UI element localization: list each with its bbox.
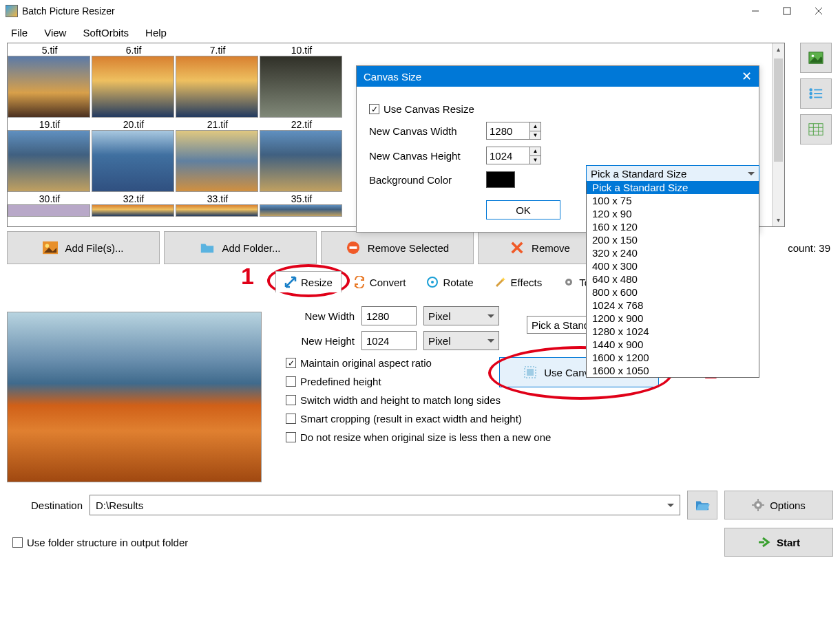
menu-file[interactable]: File — [4, 25, 34, 41]
close-button[interactable] — [803, 1, 834, 21]
scroll-up-icon[interactable]: ▴ — [773, 43, 784, 56]
dropdown-item[interactable]: 320 x 240 — [587, 246, 759, 259]
start-button[interactable]: Start — [724, 528, 833, 557]
svg-point-6 — [810, 89, 812, 91]
thumbnail-item[interactable]: 35.tif — [260, 193, 344, 217]
options-button[interactable]: Options — [724, 491, 833, 519]
preview-column — [7, 294, 272, 482]
dropdown-item[interactable]: 1440 x 900 — [587, 338, 759, 351]
tab-effects[interactable]: Effects — [485, 271, 552, 292]
view-thumbnails-button[interactable] — [800, 43, 832, 73]
unit-value: Pixel — [428, 335, 451, 347]
unit-value: Pixel — [428, 310, 451, 322]
dropdown-item[interactable]: 1600 x 1050 — [587, 364, 759, 377]
do-not-resize-row[interactable]: Do not resize when original size is less… — [286, 431, 833, 443]
thumbnail-item[interactable]: 20.tif — [92, 119, 176, 192]
thumbnail-item[interactable]: 6.tif — [92, 45, 176, 118]
smart-crop-label: Smart cropping (result in exact width an… — [300, 413, 522, 425]
remove-all-button[interactable]: Remove — [478, 231, 602, 264]
dropdown-item[interactable]: Pick a Standard Size — [587, 181, 759, 194]
menu-help[interactable]: Help — [138, 25, 174, 41]
remove-selected-button[interactable]: Remove Selected — [321, 231, 474, 264]
scroll-down-icon[interactable]: ▾ — [773, 214, 784, 226]
tab-rotate[interactable]: Rotate — [417, 271, 482, 292]
tab-convert[interactable]: Convert — [344, 271, 415, 292]
spin-up-icon[interactable]: ▲ — [530, 122, 540, 131]
thumbnail-item[interactable]: 7.tif — [176, 45, 260, 118]
dropdown-item[interactable]: 1200 x 900 — [587, 312, 759, 325]
picture-icon — [43, 241, 58, 255]
maintain-ratio-label: Maintain original aspect ratio — [300, 357, 432, 369]
dlg-bgcolor-swatch[interactable] — [486, 171, 515, 188]
dialog-close-icon[interactable]: ✕ — [742, 69, 752, 84]
switch-wh-row[interactable]: Switch width and height to match long si… — [286, 394, 833, 406]
thumbnail-item[interactable]: 30.tif — [8, 193, 92, 217]
destination-combo[interactable]: D:\Results — [90, 495, 680, 515]
scroll-thumb[interactable] — [774, 58, 783, 162]
window-controls — [739, 1, 834, 21]
checkbox-checked-icon[interactable]: ✓ — [286, 358, 296, 368]
menu-view[interactable]: View — [37, 25, 73, 41]
thumbnail-item[interactable]: 21.tif — [176, 119, 260, 192]
dropdown-item[interactable]: 160 x 120 — [587, 220, 759, 233]
minimize-button[interactable] — [739, 1, 771, 21]
dialog-titlebar[interactable]: Canvas Size ✕ — [357, 66, 759, 87]
do-not-resize-label: Do not resize when original size is less… — [300, 431, 551, 443]
dlg-use-canvas-row[interactable]: ✓ Use Canvas Resize — [369, 103, 746, 115]
dlg-width-label: New Canvas Width — [369, 125, 479, 137]
view-list-button[interactable] — [800, 78, 832, 109]
add-folder-button[interactable]: Add Folder... — [164, 231, 317, 264]
thumbnail-item[interactable]: 32.tif — [92, 193, 176, 217]
dropdown-item[interactable]: 120 x 90 — [587, 207, 759, 220]
browse-folder-button[interactable] — [687, 491, 717, 519]
files-count-label: count: 39 — [788, 242, 833, 254]
dlg-width-input[interactable] — [487, 125, 528, 137]
dropdown-item[interactable]: 1600 x 1200 — [587, 351, 759, 364]
checkbox-icon[interactable] — [286, 432, 296, 442]
dropdown-item[interactable]: 640 x 480 — [587, 272, 759, 286]
thumbnail-item[interactable]: 33.tif — [176, 193, 260, 217]
use-folder-structure-row[interactable]: Use folder structure in output folder — [12, 537, 188, 548]
maximize-button[interactable] — [771, 1, 803, 21]
app-title: Batch Picture Resizer — [22, 6, 115, 17]
dlg-width-spinner[interactable]: ▲▼ — [486, 122, 541, 140]
tab-effects-label: Effects — [511, 277, 543, 288]
new-height-input[interactable] — [361, 331, 417, 350]
thumbnail-scrollbar[interactable]: ▴ ▾ — [772, 43, 784, 226]
checkbox-icon[interactable] — [286, 376, 296, 387]
width-unit-select[interactable]: Pixel — [423, 306, 499, 325]
view-grid-button[interactable] — [800, 114, 832, 144]
spin-up-icon[interactable]: ▲ — [530, 147, 540, 156]
thumbnail-item[interactable]: 19.tif — [8, 119, 92, 192]
checkbox-icon[interactable] — [12, 537, 23, 548]
thumb-label: 32.tif — [92, 193, 176, 204]
height-unit-select[interactable]: Pixel — [423, 331, 499, 350]
dlg-height-spinner[interactable]: ▲▼ — [486, 147, 541, 164]
thumbnail-item[interactable]: 5.tif — [8, 45, 92, 118]
spin-down-icon[interactable]: ▼ — [530, 156, 540, 164]
spin-down-icon[interactable]: ▼ — [530, 131, 540, 140]
svg-rect-29 — [757, 499, 759, 502]
tab-resize-label: Resize — [301, 277, 333, 288]
dropdown-item[interactable]: 1280 x 1024 — [587, 325, 759, 338]
dlg-height-input[interactable] — [487, 150, 528, 162]
dropdown-item[interactable]: 400 x 300 — [587, 259, 759, 272]
checkbox-icon[interactable] — [286, 414, 296, 424]
thumbnail-item[interactable]: 10.tif — [260, 45, 344, 118]
dropdown-item[interactable]: 1024 x 768 — [587, 299, 759, 312]
dropdown-item[interactable]: 100 x 75 — [587, 194, 759, 207]
smart-crop-row[interactable]: Smart cropping (result in exact width an… — [286, 413, 833, 425]
menu-softorbits[interactable]: SoftOrbits — [76, 25, 136, 41]
thumbnail-item[interactable]: 22.tif — [260, 119, 344, 192]
add-files-button[interactable]: Add File(s)... — [7, 231, 160, 264]
checkbox-checked-icon[interactable]: ✓ — [369, 104, 379, 114]
dlg-ok-button[interactable]: OK — [486, 200, 560, 219]
remove-all-label: Remove — [532, 242, 570, 254]
dropdown-item[interactable]: 800 x 600 — [587, 286, 759, 299]
checkbox-icon[interactable] — [286, 395, 296, 405]
new-width-input[interactable] — [361, 306, 417, 325]
dropdown-item[interactable]: 200 x 150 — [587, 233, 759, 246]
dropdown-header[interactable]: Pick a Standard Size — [586, 165, 759, 182]
svg-point-8 — [810, 93, 812, 95]
tab-resize[interactable]: Resize — [275, 271, 342, 292]
